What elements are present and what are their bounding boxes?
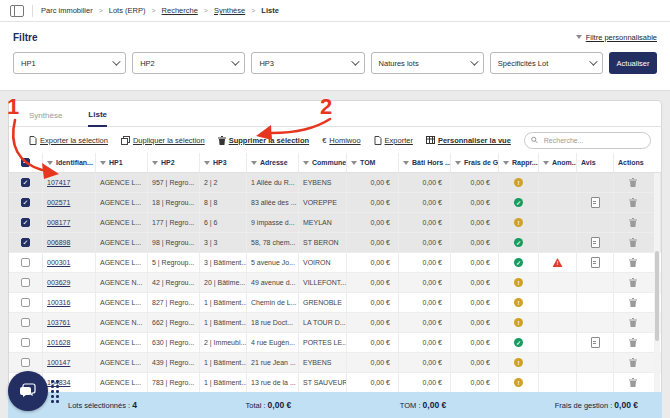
delete-row-icon[interactable] [629,178,637,187]
filter-icon[interactable] [204,161,210,165]
widget-drag-handle[interactable] [51,380,59,403]
row-checkbox[interactable] [21,318,30,327]
row-checkbox-cell [9,313,43,332]
filter-icon[interactable] [251,161,257,165]
filter-icon[interactable] [303,161,309,165]
column-header-hp2[interactable]: HP2 [148,153,200,172]
table-row: 100316 AGENCE L... 827 | Regro... 1 | Bâ… [9,293,661,313]
filter-icon[interactable] [100,161,106,165]
delete-row-icon[interactable] [629,198,637,207]
search-box[interactable] [524,132,651,149]
lot-id-link[interactable]: 003629 [47,279,70,286]
delete-row-icon[interactable] [629,258,637,267]
hp3-dropdown[interactable]: HP3 [251,52,364,74]
avis-document-icon[interactable] [591,257,600,268]
column-header-avis: Avis [577,153,614,172]
search-input[interactable] [542,136,644,145]
filter-icon[interactable] [455,161,461,165]
lot-id-link[interactable]: 006898 [47,239,70,246]
column-header-adresse[interactable]: Adresse [247,153,299,172]
hp1-dropdown[interactable]: HP1 [13,52,126,74]
column-header-hp1[interactable]: HP1 [96,153,148,172]
breadcrumb-separator: > [151,7,155,14]
cell-identifiant: 101628 [43,333,96,352]
duplicate-selection-button[interactable]: Dupliquer la sélection [121,136,205,145]
filter-icon[interactable] [351,161,357,165]
delete-row-icon[interactable] [629,318,637,327]
cell-bati-hors: 0,00 € [399,293,451,312]
row-checkbox-cell [9,333,43,352]
filter-icon[interactable] [503,161,509,165]
delete-row-icon[interactable] [629,218,637,227]
top-bar: Parc immobilier > Lots (ERP) > Recherche… [0,0,670,22]
lot-id-link[interactable]: 100316 [47,299,70,306]
avis-document-icon[interactable] [591,237,600,248]
delete-selection-button[interactable]: Supprimer la sélection [218,136,309,145]
column-header-tom[interactable]: TOM [347,153,399,172]
column-header-anomalie[interactable]: Anom... [539,153,577,172]
custom-filter-link[interactable]: Filtre personnalisable [576,33,657,42]
natures-lots-dropdown[interactable]: Natures lots [371,52,484,74]
column-header-frais[interactable]: Frais de G... [451,153,499,172]
cell-bati-hors: 0,00 € [399,253,451,272]
cell-identifiant: 103761 [43,313,96,332]
column-header-rapprochement[interactable]: Rappr... [499,153,539,172]
avis-document-icon[interactable] [591,197,600,208]
export-selection-button[interactable]: Exporter la sélection [29,136,108,145]
delete-row-icon[interactable] [629,278,637,287]
lot-id-link[interactable]: 008177 [47,219,70,226]
breadcrumb-synthese-link[interactable]: Synthèse [214,6,245,15]
filter-icon[interactable] [47,161,53,165]
row-checkbox[interactable] [21,358,30,367]
delete-row-icon[interactable] [629,298,637,307]
row-checkbox[interactable]: ✓ [21,238,30,247]
customize-view-button[interactable]: Personnaliser la vue [426,136,511,145]
specificites-lot-dropdown[interactable]: Spécificités Lot [490,52,603,74]
scrollbar-thumb[interactable] [655,251,659,341]
row-checkbox[interactable]: ✓ [21,218,30,227]
row-checkbox[interactable]: ✓ [21,178,30,187]
filter-icon[interactable] [152,161,158,165]
breadcrumb-recherche-link[interactable]: Recherche [162,6,198,15]
tab-synthese[interactable]: Synthèse [29,111,62,126]
row-checkbox[interactable] [21,298,30,307]
column-header-identifiant[interactable]: Identifian... [43,153,96,172]
cell-hp3: 2 | Immeubl... [200,333,247,352]
hp2-dropdown[interactable]: HP2 [132,52,245,74]
column-header-hp3[interactable]: HP3 [200,153,247,172]
row-checkbox[interactable] [21,278,30,287]
lot-id-link[interactable]: 101628 [47,339,70,346]
delete-row-icon[interactable] [629,238,637,247]
column-header-bati-hors[interactable]: Bâti Hors ... [399,153,451,172]
delete-row-icon[interactable] [629,378,637,387]
homiwoo-button[interactable]: € Homiwoo [322,136,360,145]
table-row: 003629 AGENCE N... 42 | Regrou... 20 | B… [9,273,661,293]
column-header-commune[interactable]: Commune [299,153,347,172]
row-checkbox[interactable]: ✓ [21,198,30,207]
cell-bati-hors: 0,00 € [399,233,451,252]
fees-amount: Frais de gestion : 0,00 € [555,400,638,410]
cell-bati-hors: 0,00 € [399,213,451,232]
chat-widget-button[interactable] [8,371,48,411]
lot-id-link[interactable]: 103761 [47,319,70,326]
export-button[interactable]: Exporter [374,136,413,145]
table-scrollbar[interactable] [654,173,660,417]
tab-liste[interactable]: Liste [88,110,107,127]
row-checkbox[interactable] [21,338,30,347]
lot-id-link[interactable]: 002571 [47,199,70,206]
lot-id-link[interactable]: 100147 [47,359,70,366]
cell-hp2: 5 | Regroup... [148,253,200,272]
filter-icon[interactable] [543,161,549,165]
lot-id-link[interactable]: 000301 [47,259,70,266]
delete-row-icon[interactable] [629,358,637,367]
avis-document-icon[interactable] [591,337,600,348]
delete-row-icon[interactable] [629,338,637,347]
cell-hp1: AGENCE L... [96,173,148,192]
lot-id-link[interactable]: 107417 [47,179,70,186]
total-amount: Total : 0,00 € [245,400,291,410]
sidebar-toggle-icon[interactable] [10,5,24,17]
refresh-button[interactable]: Actualiser [609,52,657,74]
filter-icon[interactable] [403,161,409,165]
row-checkbox[interactable] [21,258,30,267]
select-all-checkbox[interactable] [21,158,30,167]
